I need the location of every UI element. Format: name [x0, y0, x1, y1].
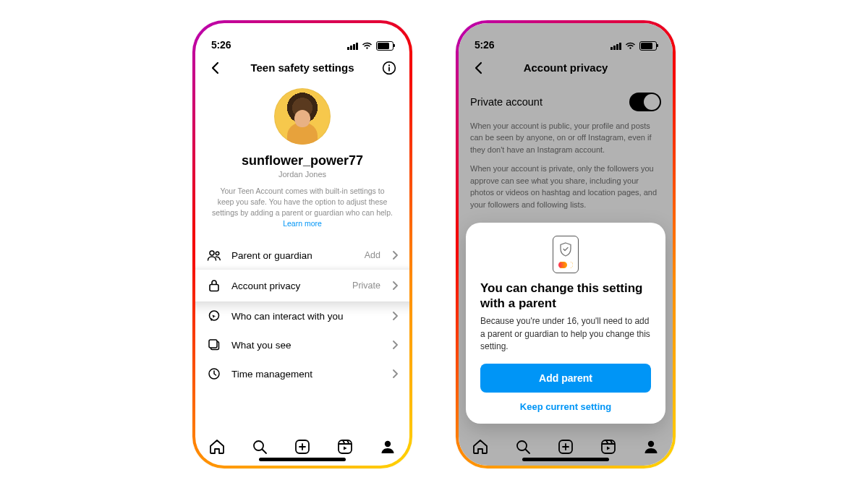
learn-more-link[interactable]: Learn more: [283, 219, 322, 228]
app-header: Teen safety settings: [195, 52, 409, 84]
add-parent-button[interactable]: Add parent: [480, 364, 651, 393]
chevron-right-icon: [392, 312, 398, 320]
phone-teen-safety: 5:26 Teen safety settings: [192, 20, 412, 468]
profile-block: sunflower_power77 Jordan Jones Your Teen…: [195, 84, 409, 237]
tab-home[interactable]: [208, 437, 226, 456]
tab-home[interactable]: [471, 437, 490, 456]
row-label: What you see: [231, 340, 382, 351]
row-time-management[interactable]: Time management: [195, 359, 409, 388]
svg-point-17: [648, 440, 654, 446]
sheet-illustration: [553, 236, 579, 273]
row-parent-guardian[interactable]: Parent or guardian Add: [195, 241, 409, 270]
battery-icon: [376, 41, 393, 51]
chat-icon: [207, 309, 221, 322]
info-icon: [382, 61, 396, 75]
info-button[interactable]: [379, 58, 399, 78]
home-icon: [208, 438, 226, 455]
plus-square-icon: [557, 438, 574, 455]
status-indicators: [347, 41, 393, 51]
blurb-text: Your Teen Account comes with built-in se…: [212, 187, 393, 217]
svg-rect-12: [339, 440, 352, 453]
chevron-right-icon: [392, 281, 398, 290]
display-name: Jordan Jones: [278, 170, 326, 179]
chevron-left-icon: [210, 61, 221, 74]
media-icon: [207, 338, 221, 351]
row-account-privacy[interactable]: Account privacy Private: [195, 270, 409, 301]
svg-rect-16: [602, 440, 615, 453]
profile-icon: [379, 438, 396, 455]
lock-icon: [207, 279, 221, 292]
home-indicator: [522, 458, 609, 461]
avatar[interactable]: [274, 88, 331, 145]
clock-icon: [207, 367, 221, 380]
svg-rect-2: [388, 67, 390, 71]
plus-square-icon: [294, 438, 311, 455]
tab-profile[interactable]: [642, 437, 660, 456]
tab-search[interactable]: [514, 437, 532, 456]
row-label: Who can interact with you: [231, 311, 382, 322]
tab-bar: [459, 428, 673, 466]
tab-search[interactable]: [250, 437, 269, 456]
keep-setting-link[interactable]: Keep current setting: [480, 401, 651, 412]
row-interact[interactable]: Who can interact with you: [195, 301, 409, 330]
home-icon: [472, 438, 489, 455]
sheet-body: Because you're under 16, you'll need to …: [480, 315, 651, 353]
tab-create[interactable]: [293, 437, 312, 456]
tab-reels[interactable]: [599, 437, 618, 456]
row-trailing: Add: [365, 250, 380, 260]
profile-icon: [642, 438, 660, 455]
row-label: Time management: [231, 369, 382, 380]
shield-icon: [559, 242, 572, 257]
page-title: Teen safety settings: [195, 61, 409, 74]
tab-reels[interactable]: [336, 437, 354, 456]
back-button[interactable]: [205, 58, 226, 78]
toggle-icon: [558, 262, 573, 268]
row-label: Account privacy: [231, 281, 342, 291]
people-icon: [207, 249, 221, 261]
search-icon: [514, 438, 532, 455]
reels-icon: [600, 438, 617, 455]
tab-create[interactable]: [556, 437, 575, 456]
wifi-icon: [362, 42, 373, 50]
reels-icon: [336, 438, 354, 455]
home-indicator: [259, 458, 346, 461]
svg-point-1: [388, 64, 390, 66]
svg-rect-8: [209, 340, 217, 348]
row-trailing: Private: [352, 281, 380, 291]
search-icon: [251, 438, 268, 455]
phone-account-privacy: 5:26 Account privacy Private account: [456, 20, 676, 468]
chevron-right-icon: [392, 341, 398, 349]
account-blurb: Your Teen Account comes with built-in se…: [211, 186, 393, 230]
svg-point-4: [216, 252, 219, 256]
status-bar: 5:26: [195, 23, 409, 52]
sheet-title: You can change this setting with a paren…: [480, 281, 651, 312]
row-what-you-see[interactable]: What you see: [195, 330, 409, 359]
status-time: 5:26: [211, 39, 231, 51]
svg-rect-5: [210, 285, 218, 291]
row-label: Parent or guardian: [231, 250, 354, 261]
svg-point-13: [385, 440, 391, 446]
parent-required-sheet: You can change this setting with a paren…: [466, 223, 665, 424]
tab-profile[interactable]: [378, 437, 397, 456]
chevron-right-icon: [392, 251, 398, 260]
username: sunflower_power77: [242, 153, 363, 168]
tab-bar: [195, 428, 409, 466]
svg-point-3: [210, 251, 214, 255]
cellular-icon: [347, 42, 358, 50]
chevron-right-icon: [392, 369, 398, 378]
